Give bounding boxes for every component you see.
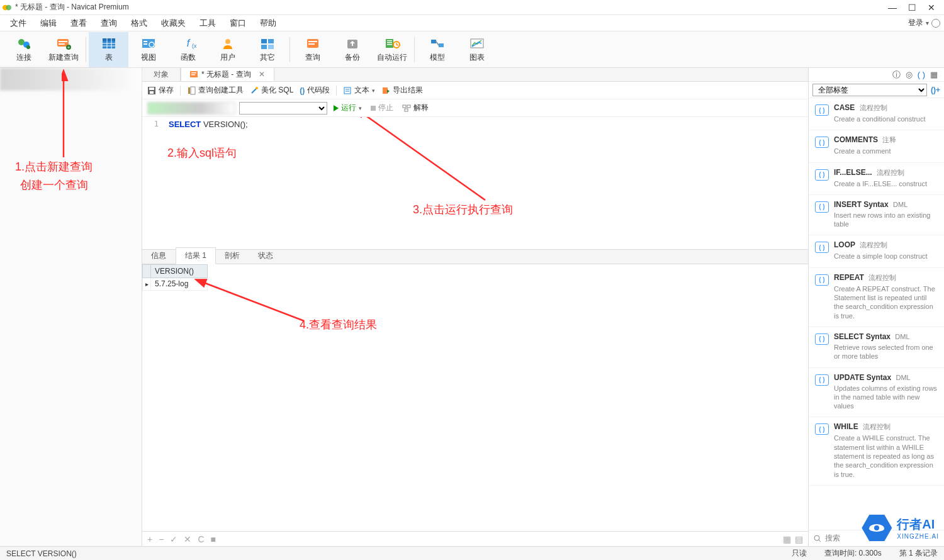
tool-backup[interactable]: 备份 <box>332 32 372 67</box>
menu-edit[interactable]: 编辑 <box>34 16 63 31</box>
menu-file[interactable]: 文件 <box>4 16 33 31</box>
tool-table[interactable]: 表 <box>89 32 128 67</box>
tab-close-icon[interactable]: ✕ <box>255 70 265 79</box>
tag-filter-select[interactable]: 全部标签 <box>812 84 927 96</box>
watermark-logo-icon <box>862 515 892 541</box>
menu-tools[interactable]: 工具 <box>193 16 222 31</box>
export-results-button[interactable]: 导出结果 <box>381 85 423 96</box>
snippet-item[interactable]: ( )COMMENTS 注释Create a comment <box>809 130 944 162</box>
info-icon[interactable]: ⓘ <box>892 69 901 81</box>
stop-button[interactable]: 停止 <box>368 103 396 113</box>
wand-icon <box>250 86 259 95</box>
tab-label: * 无标题 - 查询 <box>201 69 251 80</box>
save-button[interactable]: 保存 <box>147 85 174 96</box>
chevron-down-icon: ▾ <box>359 105 362 111</box>
result-tab-profile[interactable]: 剖析 <box>216 248 249 264</box>
tool-icon <box>187 86 196 95</box>
text-button[interactable]: 文本▾ <box>343 85 375 96</box>
menu-format[interactable]: 格式 <box>125 16 154 31</box>
grid-view-icon[interactable]: ▦ <box>783 534 791 544</box>
snippet-item[interactable]: ( )SELECT Syntax DMLRetrieve rows select… <box>809 327 944 368</box>
svg-line-67 <box>197 280 304 321</box>
snippet-item[interactable]: ( )REPEAT 流程控制Create A REPEAT construct.… <box>809 268 944 327</box>
snippet-item[interactable]: ( )INSERT Syntax DMLInsert new rows into… <box>809 195 944 236</box>
status-bar: SELECT VERSION() 只读 查询时间: 0.300s 第 1 条记录 <box>0 546 944 560</box>
snippet-desc: Create a conditional construct <box>834 115 938 123</box>
query-builder-button[interactable]: 查询创建工具 <box>187 85 244 96</box>
menu-favorites[interactable]: 收藏夹 <box>155 16 192 31</box>
brackets-icon[interactable]: ( ) <box>918 70 925 79</box>
snippet-title: UPDATE Syntax DML <box>834 373 938 382</box>
result-tab-info[interactable]: 信息 <box>142 248 176 264</box>
stop-icon[interactable]: ■ <box>211 534 216 544</box>
tool-connect[interactable]: 连接 <box>4 32 43 67</box>
export-icon <box>381 86 390 95</box>
menu-view[interactable]: 查看 <box>64 16 93 31</box>
toolbar-separator <box>86 37 86 62</box>
snippet-item[interactable]: ( )IF...ELSE... 流程控制Create a IF...ELSE..… <box>809 163 944 195</box>
annotation-3: 3.点击运行执行查询 <box>413 202 513 217</box>
svg-rect-52 <box>188 87 190 94</box>
result-tab-status[interactable]: 状态 <box>249 248 283 264</box>
svg-rect-25 <box>268 39 274 43</box>
minimize-button[interactable]: — <box>888 3 897 13</box>
annotation-4: 4.查看查询结果 <box>300 317 377 332</box>
run-button[interactable]: 运行▾ <box>331 103 364 113</box>
tool-function[interactable]: f(x)函数 <box>168 32 208 67</box>
database-selector[interactable] <box>239 102 327 115</box>
beautify-sql-button[interactable]: 美化 SQL <box>250 85 293 96</box>
menu-query[interactable]: 查询 <box>94 16 123 31</box>
refresh-icon[interactable]: C <box>198 534 204 544</box>
result-grid[interactable]: VERSION() ▸ 5.7.25-log 4.查看查询结果 <box>142 264 808 531</box>
apply-icon[interactable]: ✓ <box>170 534 177 544</box>
connection-selector[interactable] <box>147 102 235 115</box>
document-tabs: 对象 * 无标题 - 查询 ✕ <box>142 68 808 82</box>
svg-rect-7 <box>59 43 65 45</box>
menu-help[interactable]: 帮助 <box>254 16 283 31</box>
snippet-item[interactable]: ( )UPDATE Syntax DMLUpdates columns of e… <box>809 368 944 418</box>
cancel-icon[interactable]: ✕ <box>184 534 191 544</box>
snippet-item[interactable]: ( )CASE 流程控制Create a conditional constru… <box>809 98 944 130</box>
tool-view[interactable]: 视图 <box>128 32 168 67</box>
query-icon <box>190 70 198 78</box>
svg-rect-51 <box>150 91 154 94</box>
sql-editor[interactable]: 1 SELECT VERSION(); 2.输入sql语句 3.点击运行执行查询 <box>142 117 808 249</box>
tool-autorun[interactable]: 自动运行 <box>372 32 412 67</box>
explain-button[interactable]: 解释 <box>400 103 431 113</box>
code-snippet-button[interactable]: ()代码段 <box>300 85 330 96</box>
snippet-badge-icon: ( ) <box>815 423 829 435</box>
close-button[interactable]: ✕ <box>928 3 935 13</box>
watermark: 行者AI XINGZHE.AI <box>862 515 939 541</box>
add-row-icon[interactable]: + <box>147 534 152 544</box>
tool-query[interactable]: 查询 <box>293 32 332 67</box>
connection-tree[interactable]: 1.点击新建查询 创建一个查询 <box>0 68 142 546</box>
svg-rect-24 <box>261 39 267 43</box>
menu-window[interactable]: 窗口 <box>223 16 252 31</box>
tab-current-query[interactable]: * 无标题 - 查询 ✕ <box>181 67 274 81</box>
tool-user[interactable]: 用户 <box>208 32 247 67</box>
tab-objects[interactable]: 对象 <box>142 67 181 81</box>
target-icon[interactable]: ◎ <box>906 70 913 79</box>
tool-model[interactable]: 模型 <box>417 32 457 67</box>
svg-rect-41 <box>439 43 444 47</box>
maximize-button[interactable]: ☐ <box>908 3 916 13</box>
tool-new-query[interactable]: +新建查询 <box>43 32 83 67</box>
snippet-item[interactable]: ( )LOOP 流程控制Create a simple loop constru… <box>809 235 944 267</box>
filter-icon[interactable]: ()+ <box>931 86 940 94</box>
svg-rect-27 <box>268 45 274 49</box>
form-view-icon[interactable]: ▤ <box>795 534 803 544</box>
chevron-down-icon: ▾ <box>926 20 929 26</box>
result-tab-result1[interactable]: 结果 1 <box>176 247 216 264</box>
snippet-item[interactable]: ( )WHILE 流程控制Create a WHILE construct. T… <box>809 417 944 485</box>
query-panel: 对象 * 无标题 - 查询 ✕ 保存 查询创建工具 美化 SQL ()代码段 文… <box>142 68 808 546</box>
snippet-desc: Create a WHILE construct. The statement … <box>834 434 938 478</box>
tool-other[interactable]: 其它 <box>247 32 287 67</box>
tool-chart[interactable]: 图表 <box>457 32 497 67</box>
login-button[interactable]: 登录 ▾ <box>908 18 940 28</box>
panel-view-switch: ⓘ ◎ ( ) ▦ <box>809 68 944 82</box>
svg-rect-18 <box>143 43 147 45</box>
svg-rect-30 <box>308 43 315 45</box>
delete-row-icon[interactable]: − <box>159 534 164 544</box>
column-header[interactable]: VERSION() <box>151 264 208 278</box>
list-icon[interactable]: ▦ <box>930 70 938 79</box>
